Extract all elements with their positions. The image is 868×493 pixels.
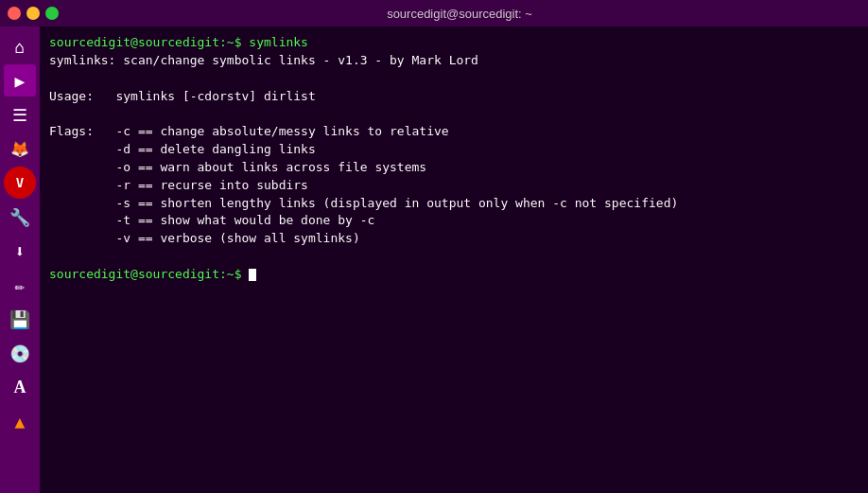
files-icon[interactable]: ☰ [4, 98, 36, 131]
download-icon[interactable]: ⬇ [4, 235, 36, 267]
window-buttons[interactable] [8, 7, 59, 20]
minimize-button[interactable] [26, 7, 40, 20]
close-button[interactable] [8, 7, 21, 20]
main-layout: ⌂ ▶ ☰ 🦊 V 🔧 ⬇ ✏ 💾 💿 A ▲ sourcedigit@sour… [0, 26, 868, 493]
home-icon[interactable]: ⌂ [4, 30, 36, 62]
maximize-button[interactable] [45, 7, 59, 20]
tools-icon[interactable]: 🔧 [4, 201, 36, 233]
titlebar: sourcedigit@sourcedigit: ~ [0, 0, 868, 26]
window-title: sourcedigit@sourcedigit: ~ [59, 7, 860, 21]
terminal-area[interactable]: sourcedigit@sourcedigit:~$ symlinks syml… [40, 26, 868, 493]
disk2-icon[interactable]: 💿 [4, 337, 36, 369]
vivaldi-icon[interactable]: V [4, 167, 36, 199]
disk-icon[interactable]: 💾 [4, 303, 36, 335]
terminal-output: sourcedigit@sourcedigit:~$ symlinks syml… [49, 34, 859, 284]
terminal-icon[interactable]: ▶ [4, 64, 36, 97]
sidebar: ⌂ ▶ ☰ 🦊 V 🔧 ⬇ ✏ 💾 💿 A ▲ [0, 26, 40, 493]
font-icon[interactable]: A [4, 371, 36, 403]
firefox-icon[interactable]: 🦊 [4, 132, 36, 165]
edit-icon[interactable]: ✏ [4, 269, 36, 301]
cone-icon[interactable]: ▲ [4, 405, 36, 437]
